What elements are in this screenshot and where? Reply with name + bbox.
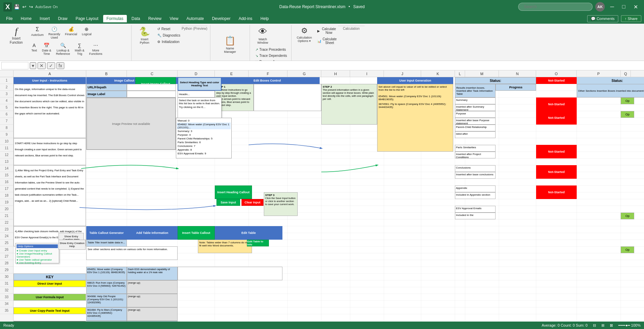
url-input-cell[interactable] [127, 84, 176, 91]
op-text-1: Op [625, 99, 629, 103]
menu-add-ins[interactable]: Add-ins [235, 15, 256, 22]
save-button[interactable]: 💾 [13, 3, 20, 10]
cancel-formula-button[interactable]: ✕ [38, 62, 46, 69]
row-num-32: 32 [0, 287, 13, 294]
image-label-input-cell[interactable] [127, 91, 176, 97]
search-input[interactable] [518, 3, 593, 11]
menu-help[interactable]: Help [257, 15, 272, 22]
undo-button[interactable]: ↩ [22, 3, 27, 10]
row-num-30: 30 [0, 273, 13, 280]
financial-button[interactable]: 💰 Financial [63, 25, 79, 41]
col-header-n[interactable]: N [499, 70, 536, 77]
save-input-button[interactable]: Save Input [216, 199, 240, 206]
trace-dependents-button[interactable]: ↘ Trace Dependents [254, 53, 289, 58]
edit-area[interactable] [254, 84, 321, 111]
col-header-f[interactable]: F [249, 70, 288, 77]
not-started-label-7: Not-Started [548, 191, 565, 194]
other-sections-label: Other Sections Insertion Boxes Inserted … [577, 84, 644, 97]
col-header-k[interactable]: K [421, 70, 455, 77]
edit-table-active-button[interactable]: Edit Table to Info [247, 240, 269, 246]
function-wizard-button[interactable]: ▾ [30, 62, 36, 69]
math-trig-button[interactable]: ∑ Math &Trig [73, 41, 87, 57]
reset-icon: ↺ [157, 27, 160, 31]
watch-window-button[interactable]: 👁 WatchWindow [253, 25, 273, 46]
share-button[interactable]: ↑ Share [621, 15, 641, 22]
view-page-layout-icon[interactable]: ⊞ [601, 323, 604, 328]
lookup-reference-button[interactable]: 🔍 Lookup &Reference [54, 41, 72, 57]
minimize-button[interactable]: ─ [607, 2, 617, 11]
menu-draw[interactable]: Draw [54, 15, 71, 22]
col-header-i[interactable]: I [350, 70, 384, 77]
view-normal-icon[interactable]: ⊟ [593, 323, 596, 328]
menu-view[interactable]: View [166, 15, 182, 22]
name-box[interactable] [1, 62, 28, 69]
menu-bar: File Home Insert Draw Page Layout Formul… [0, 14, 644, 24]
view-page-break-icon[interactable]: ⊠ [610, 323, 613, 328]
col-header-l[interactable]: L [455, 70, 465, 77]
name-manager-button[interactable]: 📋 NameManager [220, 34, 240, 55]
row-num-7: 7 [0, 118, 13, 125]
menu-developer[interactable]: Developer [209, 15, 234, 22]
user-copy-paste-cell: User Copy-Paste Text Input [14, 307, 86, 314]
menu-home[interactable]: Home [17, 15, 35, 22]
formula-input[interactable] [66, 62, 643, 69]
col-header-b[interactable]: B [86, 70, 127, 77]
maximize-button[interactable]: □ [619, 2, 628, 11]
insert-table-callout-button[interactable]: Insert Table Callout [178, 226, 215, 240]
enter-formula-button[interactable]: ✓ [47, 62, 55, 69]
date-time-button[interactable]: 📅 Date &Time [40, 41, 53, 57]
color-options-list[interactable]: Manual: 0 654682: Move water (Company ES… [176, 118, 232, 158]
row-num-8: 8 [0, 125, 13, 131]
data-row-11-input[interactable] [178, 267, 282, 280]
diagnostics-button[interactable]: 🔧 Diagnostics [156, 33, 182, 38]
comments-button[interactable]: 💬 Comments [587, 15, 618, 22]
col-header-g[interactable]: G [288, 70, 321, 77]
insert-function-button[interactable]: f Insert Function [4, 25, 28, 46]
close-button[interactable]: ✕ [631, 2, 641, 12]
parent-child-cell: Parent-Child Relationship [455, 125, 496, 131]
col-header-o[interactable]: O [536, 70, 577, 77]
col-header-m[interactable]: M [465, 70, 499, 77]
insert-python-button[interactable]: 🐍 InsertPython [134, 25, 155, 46]
autosum-button[interactable]: Σ AutoSum [29, 25, 46, 41]
data-row-13-b: 904968: Help Old People (Company ESV Doc… [86, 294, 127, 307]
redo-button[interactable]: ↪ [28, 3, 34, 10]
col-header-e[interactable]: E [215, 70, 249, 77]
calculate-now-button[interactable]: ▶ Calculate Now [316, 26, 338, 35]
menu-file[interactable]: File [3, 15, 16, 22]
instructions-text2: START HERE Use these instructions to go … [15, 142, 82, 157]
col-header-a[interactable]: A [14, 70, 86, 77]
menu-review[interactable]: Review [145, 15, 165, 22]
col-header-q[interactable]: Q [621, 70, 631, 77]
col-header-h[interactable]: H [321, 70, 350, 77]
reset-button[interactable]: ↺ Reset [156, 26, 182, 31]
calculate-sheet-button[interactable]: 📊 Calculate Sheet [316, 37, 338, 45]
recently-used-button[interactable]: 🕐 RecentlyUsed [46, 25, 62, 41]
menu-page-layout[interactable]: Page Layout [72, 15, 101, 22]
text-button[interactable]: A Text [29, 41, 39, 57]
menu-data[interactable]: Data [128, 15, 143, 22]
autosum-icon: Σ [36, 26, 39, 32]
insert-heading-callout-button[interactable]: Insert Heading Callout [215, 185, 252, 199]
calculation-options-button[interactable]: ⚙ CalculationOptions ▾ [294, 25, 315, 44]
col-header-c[interactable]: C [127, 70, 178, 77]
col-header-d[interactable]: D [178, 70, 215, 77]
clear-input-button[interactable]: Clear Input [242, 199, 263, 206]
inserted-after-cell: isted after [455, 131, 496, 138]
initialization-button[interactable]: ⚙ Initialization [156, 39, 182, 44]
show-entry-creation-help2[interactable]: Show Entry Creation Help [59, 240, 86, 250]
menu-formulas[interactable]: Formulas [103, 15, 127, 22]
heading-type-input[interactable]: Headin... [178, 91, 215, 97]
logical-button[interactable]: ⊕ Logical [80, 25, 94, 41]
col-header-p[interactable]: P [577, 70, 621, 77]
user-avatar[interactable]: AK [595, 2, 605, 12]
col-header-j[interactable]: J [384, 70, 421, 77]
menu-automate[interactable]: Automate [183, 15, 207, 22]
more-functions-button[interactable]: ⋯ MoreFunctions [87, 41, 105, 57]
menu-insert[interactable]: Insert [36, 15, 53, 22]
see-other-sections-text: See other sections and notes on various … [86, 246, 178, 260]
zoom-slider[interactable]: ━━━●━ 100% [618, 323, 641, 328]
row-num-24: 24 [0, 233, 13, 240]
formula-builder-button[interactable]: fx [56, 62, 64, 69]
trace-precedents-button[interactable]: ↗ Trace Precedents [254, 47, 289, 52]
